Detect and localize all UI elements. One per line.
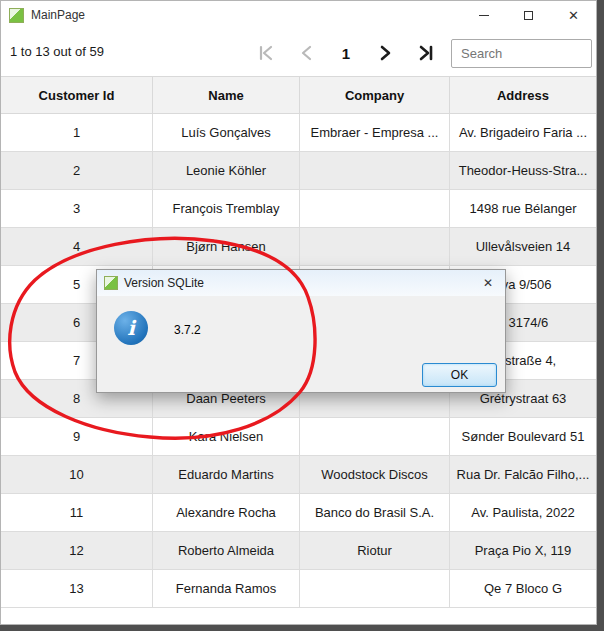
table-cell[interactable]: [300, 190, 450, 227]
main-window: MainPage ✕ 1 to 13 out of 59 1: [0, 0, 597, 625]
table-cell[interactable]: 1498 rue Bélanger: [450, 190, 596, 227]
table-cell[interactable]: Av. Paulista, 2022: [450, 494, 596, 531]
table-row[interactable]: 13Fernanda RamosQe 7 Bloco G: [1, 570, 596, 608]
table-cell[interactable]: Rua Dr. Falcão Filho,...: [450, 456, 596, 493]
table-cell[interactable]: Luís Gonçalves: [153, 114, 300, 151]
table-cell[interactable]: Av. Brigadeiro Faria ...: [450, 114, 596, 151]
table-cell[interactable]: [300, 570, 450, 607]
table-cell[interactable]: Theodor-Heuss-Stra...: [450, 152, 596, 189]
previous-page-button[interactable]: [294, 38, 320, 68]
table-row[interactable]: 10Eduardo MartinsWoodstock DiscosRua Dr.…: [1, 456, 596, 494]
table-cell[interactable]: François Tremblay: [153, 190, 300, 227]
minimize-icon: [479, 15, 489, 16]
table-cell[interactable]: 2: [1, 152, 153, 189]
window-title: MainPage: [31, 8, 85, 22]
dialog-title: Version SQLite: [124, 276, 204, 290]
table-row[interactable]: 9Kara NielsenSønder Boulevard 51: [1, 418, 596, 456]
table-cell[interactable]: Riotur: [300, 532, 450, 569]
table-cell[interactable]: Kara Nielsen: [153, 418, 300, 455]
dialog-body: i 3.7.2 OK: [97, 296, 505, 393]
maximize-button[interactable]: [506, 1, 551, 29]
table-row[interactable]: 11Alexandre RochaBanco do Brasil S.A.Av.…: [1, 494, 596, 532]
dialog-message: 3.7.2: [174, 323, 201, 337]
search-input[interactable]: [451, 39, 592, 68]
close-icon: ✕: [568, 8, 579, 23]
table-cell[interactable]: Ullevålsveien 14: [450, 228, 596, 265]
table-cell[interactable]: Praça Pio X, 119: [450, 532, 596, 569]
current-page-number: 1: [335, 45, 357, 62]
dialog-close-button[interactable]: ✕: [471, 270, 505, 296]
table-cell[interactable]: 10: [1, 456, 153, 493]
table-row[interactable]: 4Bjørn HansenUllevålsveien 14: [1, 228, 596, 266]
last-page-button[interactable]: [413, 38, 439, 68]
table-cell[interactable]: 9: [1, 418, 153, 455]
first-page-button[interactable]: [253, 38, 279, 68]
table-cell[interactable]: 11: [1, 494, 153, 531]
column-header-name[interactable]: Name: [153, 77, 300, 113]
table-cell[interactable]: Woodstock Discos: [300, 456, 450, 493]
table-cell[interactable]: Bjørn Hansen: [153, 228, 300, 265]
table-row[interactable]: 2Leonie KöhlerTheodor-Heuss-Stra...: [1, 152, 596, 190]
column-header-company[interactable]: Company: [300, 77, 450, 113]
app-icon: [9, 8, 24, 23]
dialog-close-icon: ✕: [483, 276, 493, 290]
table-cell[interactable]: Sønder Boulevard 51: [450, 418, 596, 455]
table-cell[interactable]: 3: [1, 190, 153, 227]
table-row[interactable]: 1Luís GonçalvesEmbraer - Empresa ...Av. …: [1, 114, 596, 152]
table-header: Customer Id Name Company Address: [1, 76, 596, 114]
record-range-status: 1 to 13 out of 59: [10, 44, 104, 59]
version-dialog: Version SQLite ✕ i 3.7.2 OK: [96, 269, 506, 393]
table-cell[interactable]: Leonie Köhler: [153, 152, 300, 189]
table-cell[interactable]: Banco do Brasil S.A.: [300, 494, 450, 531]
pagination-nav: 1: [253, 37, 439, 69]
table-cell[interactable]: 13: [1, 570, 153, 607]
minimize-button[interactable]: [461, 1, 506, 29]
table-cell[interactable]: Eduardo Martins: [153, 456, 300, 493]
table-cell[interactable]: Alexandre Rocha: [153, 494, 300, 531]
table-cell[interactable]: [300, 152, 450, 189]
close-button[interactable]: ✕: [551, 1, 596, 29]
table-cell[interactable]: 1: [1, 114, 153, 151]
table-cell[interactable]: 12: [1, 532, 153, 569]
dialog-app-icon: [104, 276, 118, 290]
table-row[interactable]: 12Roberto AlmeidaRioturPraça Pio X, 119: [1, 532, 596, 570]
table-cell[interactable]: Qe 7 Bloco G: [450, 570, 596, 607]
next-page-button[interactable]: [372, 38, 398, 68]
title-bar[interactable]: MainPage ✕: [1, 1, 596, 29]
column-header-address[interactable]: Address: [450, 77, 596, 113]
table-row[interactable]: 3François Tremblay1498 rue Bélanger: [1, 190, 596, 228]
table-cell[interactable]: Fernanda Ramos: [153, 570, 300, 607]
ok-button[interactable]: OK: [422, 363, 497, 387]
table-cell[interactable]: 4: [1, 228, 153, 265]
table-cell[interactable]: Roberto Almeida: [153, 532, 300, 569]
table-cell[interactable]: [300, 418, 450, 455]
table-cell[interactable]: [300, 228, 450, 265]
pagination-bar: 1 to 13 out of 59 1: [1, 29, 596, 76]
column-header-customer-id[interactable]: Customer Id: [1, 77, 153, 113]
dialog-title-bar[interactable]: Version SQLite ✕: [97, 270, 505, 296]
info-icon: i: [114, 311, 148, 345]
table-cell[interactable]: Embraer - Empresa ...: [300, 114, 450, 151]
maximize-icon: [524, 11, 533, 20]
